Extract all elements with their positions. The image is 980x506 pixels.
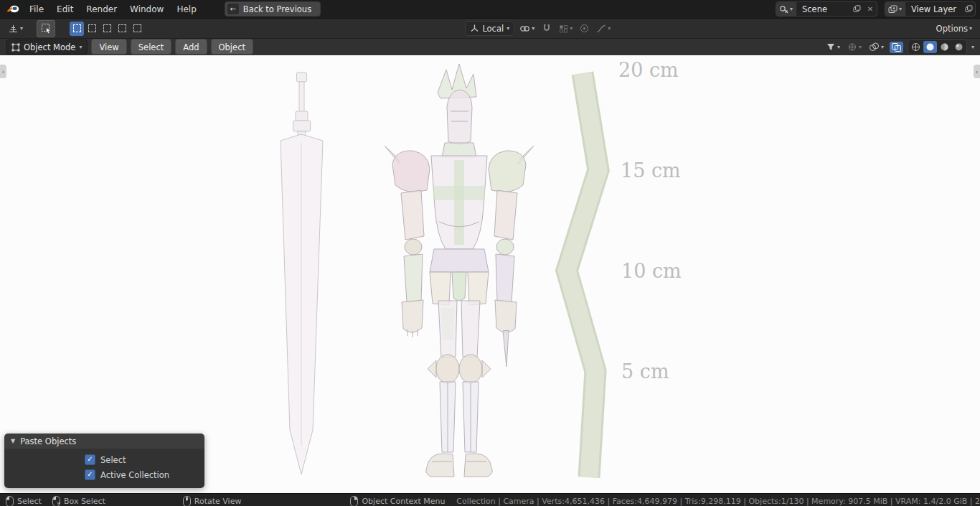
tool-settings-bar: ▾ Local ▾: [0, 18, 980, 38]
collapse-triangle-icon: ▼: [11, 439, 15, 444]
menu-window[interactable]: Window: [123, 3, 170, 16]
overlays-icon: [869, 42, 880, 52]
proportional-editing-icon: [580, 24, 589, 33]
chevron-down-icon: ▾: [837, 44, 840, 50]
shading-material-button[interactable]: [938, 41, 951, 53]
menu-help[interactable]: Help: [170, 3, 202, 16]
blender-window: File Edit Render Window Help ← Back to P…: [0, 0, 980, 506]
shading-wireframe-button[interactable]: [909, 41, 923, 53]
view-menu-button[interactable]: View: [91, 39, 126, 55]
active-collection-checkbox[interactable]: ✓: [85, 469, 95, 480]
select-invert-icon: [118, 24, 126, 32]
shading-mode-group: [908, 39, 967, 55]
chevron-down-icon: ▾: [881, 44, 884, 50]
scene-name-field[interactable]: Scene: [796, 4, 851, 14]
gizmos-dropdown[interactable]: ▾: [846, 42, 863, 52]
hint-rotate-view-label: Rotate View: [194, 497, 242, 506]
sword-model[interactable]: [281, 72, 323, 474]
menu-render[interactable]: Render: [80, 3, 123, 16]
view-layer-icon: [888, 5, 897, 14]
xray-toggle-button[interactable]: [890, 42, 903, 53]
ruler-model[interactable]: [567, 73, 598, 477]
chevron-down-icon: ▾: [570, 26, 573, 32]
hint-rotate-view: Rotate View: [183, 496, 242, 506]
paste-objects-panel-header[interactable]: ▼ Paste Objects: [4, 434, 204, 449]
orientation-axes-icon: [470, 24, 479, 33]
select-mode-subtract-button[interactable]: [100, 22, 114, 36]
snap-pair-dropdown[interactable]: ▾: [517, 24, 537, 33]
shading-options-dropdown[interactable]: ▾: [971, 44, 974, 50]
back-to-previous-button[interactable]: ← Back to Previous: [225, 1, 321, 17]
chevron-down-icon: ▾: [790, 6, 793, 12]
select-extend-icon: [88, 24, 96, 32]
snap-link-icon: [519, 24, 530, 33]
view-layer-name-field[interactable]: View Layer: [905, 4, 962, 14]
viewport-header: Object Mode ▾ View Select Add Object ▾ ▾: [0, 38, 980, 55]
chevron-down-icon: ▾: [532, 26, 534, 32]
select-mode-extend-button[interactable]: [85, 22, 99, 36]
blender-logo-icon: [6, 4, 20, 14]
xray-icon: [891, 42, 902, 52]
middle-mouse-button-icon: [183, 496, 191, 506]
snap-toggle-button[interactable]: [540, 24, 554, 33]
filter-funnel-icon: [826, 42, 836, 52]
back-arrow-icon: ←: [227, 4, 239, 14]
shading-rendered-button[interactable]: [952, 41, 966, 53]
knight-model[interactable]: [385, 64, 534, 477]
box-select-tool-icon: [41, 23, 52, 34]
menu-file[interactable]: File: [23, 3, 50, 16]
select-checkbox[interactable]: ✓: [85, 454, 95, 465]
proportional-editing-button[interactable]: [578, 24, 591, 33]
rendered-shading-icon: [954, 42, 963, 52]
select-intersect-icon: [133, 24, 141, 32]
new-view-layer-button[interactable]: [962, 2, 975, 16]
hint-select-label: Select: [17, 497, 42, 506]
select-mode-intersect-button[interactable]: [130, 22, 144, 36]
add-menu-button[interactable]: Add: [175, 39, 207, 55]
falloff-curve-icon: [596, 24, 606, 33]
editor-type-button[interactable]: ▾: [6, 24, 25, 34]
scene-icon: [779, 5, 788, 14]
hint-object-context-menu-label: Object Context Menu: [362, 497, 445, 506]
mode-value: Object Mode: [24, 42, 75, 52]
options-dropdown[interactable]: Options ▾: [934, 24, 974, 34]
select-menu-button[interactable]: Select: [131, 39, 171, 55]
active-tool-box-select-button[interactable]: [37, 20, 55, 37]
sidebar-expand-tab[interactable]: ‹: [974, 65, 980, 78]
right-mouse-button-icon: [350, 496, 358, 506]
menu-edit[interactable]: Edit: [50, 3, 80, 16]
overlays-dropdown[interactable]: ▾: [867, 42, 885, 52]
select-mode-invert-button[interactable]: [115, 22, 129, 36]
scene-statistics: Collection | Camera | Verts:4,651,436 | …: [448, 497, 980, 506]
chevron-down-icon: ▾: [79, 44, 82, 50]
select-mode-set-button[interactable]: [70, 22, 84, 36]
viewport-header-right: ▾ ▾ ▾: [824, 39, 974, 55]
browse-view-layer-button[interactable]: ▾: [885, 2, 905, 16]
browse-scene-button[interactable]: ▾: [776, 2, 796, 16]
select-set-icon: [73, 24, 81, 32]
new-scene-button[interactable]: [851, 2, 864, 16]
object-visibility-filter-dropdown[interactable]: ▾: [824, 42, 842, 52]
paste-objects-title: Paste Objects: [20, 436, 76, 446]
scene-selector: ▾ Scene ✕: [776, 1, 877, 17]
chevron-down-icon: ▾: [969, 26, 972, 32]
options-label: Options: [936, 24, 968, 34]
toolbar-expand-tab[interactable]: ›: [0, 65, 6, 78]
proportional-falloff-dropdown[interactable]: ▾: [594, 24, 613, 33]
shading-solid-button[interactable]: [923, 41, 937, 53]
viewport-editor-icon: [8, 24, 19, 34]
object-menu-button[interactable]: Object: [211, 39, 253, 55]
chevron-down-icon: ▾: [608, 26, 611, 32]
chevron-down-icon: ▾: [859, 44, 862, 50]
viewport-3d[interactable]: 20 cm 15 cm 10 cm 5 cm › ‹ ▼ Paste Objec…: [0, 55, 980, 493]
material-shading-icon: [940, 42, 949, 52]
wireframe-shading-icon: [911, 42, 920, 52]
transform-orientation-dropdown[interactable]: Local ▾: [465, 21, 514, 36]
unlink-scene-button[interactable]: ✕: [864, 2, 877, 16]
left-mouse-button-icon: [6, 496, 14, 506]
chevron-down-icon: ▾: [899, 6, 902, 12]
mode-dropdown[interactable]: Object Mode ▾: [6, 39, 88, 55]
snap-settings-dropdown[interactable]: ▾: [557, 24, 575, 33]
blender-logo-icon[interactable]: [6, 4, 20, 14]
status-bar: Select Box Select Rotate View Object Con…: [0, 493, 980, 506]
